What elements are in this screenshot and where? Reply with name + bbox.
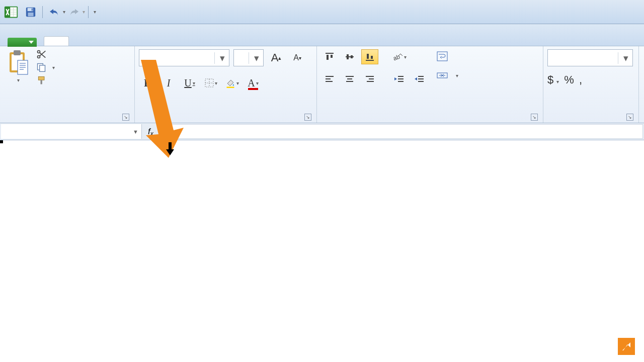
scissors-icon — [36, 49, 46, 59]
svg-rect-30 — [347, 54, 349, 59]
fill-color-button[interactable] — [223, 74, 240, 92]
orientation-button[interactable]: ab▾ — [390, 49, 408, 64]
increase-indent-button[interactable] — [411, 71, 428, 86]
tab-view[interactable] — [190, 37, 214, 46]
group-label-number: ↘ — [547, 119, 634, 122]
separator — [42, 6, 43, 18]
number-format-combo[interactable]: ▾ — [547, 49, 633, 66]
svg-rect-10 — [32, 8, 33, 11]
ribbon: ▾ ▾ ↘ ▾ — [0, 46, 644, 123]
svg-rect-34 — [371, 56, 373, 59]
tab-insert[interactable] — [69, 37, 93, 46]
dialog-launcher-icon[interactable]: ↘ — [531, 114, 538, 121]
svg-rect-31 — [351, 55, 353, 58]
copy-icon — [36, 62, 46, 72]
undo-button[interactable] — [47, 5, 62, 20]
comma-button[interactable]: , — [579, 73, 582, 86]
align-right-button[interactable] — [361, 71, 378, 86]
svg-rect-33 — [367, 54, 369, 59]
align-top-icon — [325, 52, 335, 61]
svg-rect-25 — [248, 88, 258, 90]
font-size-combo[interactable]: ▾ — [233, 49, 264, 66]
group-label-alignment: ↘ — [321, 119, 539, 122]
tab-review[interactable] — [166, 37, 190, 46]
align-left-icon — [325, 75, 334, 82]
grow-font-button[interactable]: A▴ — [268, 49, 285, 66]
align-left-button[interactable] — [321, 71, 338, 86]
wrap-text-button[interactable] — [434, 49, 461, 63]
align-middle-button[interactable] — [341, 49, 358, 64]
borders-button[interactable] — [202, 74, 219, 92]
formula-bar: ▼ fx — [0, 123, 644, 140]
bucket-icon — [225, 78, 235, 88]
merge-icon — [437, 70, 448, 80]
wrap-text-icon — [437, 51, 448, 61]
tab-data[interactable] — [141, 37, 166, 46]
group-number: ▾ $ ▾ % , ↘ — [543, 46, 639, 123]
svg-rect-18 — [40, 65, 45, 72]
column-select-cursor-icon — [166, 142, 175, 155]
format-painter-button[interactable] — [36, 75, 55, 85]
formula-input[interactable] — [160, 124, 643, 139]
italic-button[interactable]: I — [160, 74, 177, 92]
align-bottom-icon — [365, 52, 375, 61]
group-label-font: ↘ — [139, 119, 312, 122]
redo-button[interactable] — [66, 5, 82, 20]
group-alignment: ab▾ ▾ ↘ — [317, 46, 543, 123]
name-box[interactable]: ▼ — [1, 124, 142, 139]
svg-rect-27 — [327, 55, 329, 60]
separator — [88, 6, 89, 18]
group-label-clipboard: ↘ — [4, 119, 130, 122]
align-top-button[interactable] — [321, 49, 338, 64]
underline-button[interactable]: U — [181, 74, 198, 92]
paintbrush-icon — [36, 75, 47, 85]
svg-rect-9 — [28, 12, 34, 16]
percent-button[interactable]: % — [564, 73, 574, 86]
tab-formulas[interactable] — [117, 37, 141, 46]
svg-rect-6 — [13, 7, 14, 17]
svg-rect-24 — [226, 87, 234, 88]
merge-center-button[interactable]: ▾ — [434, 68, 461, 82]
tab-home[interactable] — [44, 36, 69, 46]
increase-indent-icon — [414, 75, 424, 83]
font-color-button[interactable]: A — [245, 74, 262, 92]
align-center-button[interactable] — [341, 71, 358, 86]
cut-button[interactable] — [36, 49, 55, 59]
align-right-icon — [365, 75, 374, 82]
svg-rect-20 — [41, 80, 42, 84]
bold-button[interactable]: B — [139, 74, 156, 92]
svg-rect-51 — [437, 52, 447, 61]
decrease-indent-icon — [394, 75, 404, 83]
dialog-launcher-icon[interactable]: ↘ — [304, 114, 311, 121]
title-bar: ▾ ▾ ▾ — [0, 0, 644, 24]
shrink-font-button[interactable]: A▾ — [289, 49, 306, 66]
borders-icon — [205, 78, 214, 87]
orientation-icon: ab — [392, 52, 403, 62]
watermark-icon — [618, 338, 635, 355]
paste-button[interactable]: ▾ — [4, 49, 32, 83]
watermark — [612, 338, 635, 355]
svg-rect-13 — [14, 50, 21, 55]
group-clipboard: ▾ ▾ ↘ — [0, 46, 135, 123]
tab-page-layout[interactable] — [93, 37, 117, 46]
font-name-combo[interactable]: ▾ — [139, 49, 229, 66]
decrease-indent-button[interactable] — [390, 71, 408, 86]
group-font: ▾ ▾ A▴ A▾ B I U A ↘ — [135, 46, 317, 123]
save-button[interactable] — [23, 5, 38, 20]
currency-button[interactable]: $ ▾ — [547, 73, 559, 86]
fx-label[interactable]: fx — [143, 123, 159, 140]
selection-border — [0, 140, 3, 143]
ribbon-tabs — [0, 24, 644, 46]
excel-logo-icon — [4, 5, 18, 19]
copy-button[interactable]: ▾ — [36, 62, 55, 72]
align-center-icon — [345, 75, 354, 82]
align-middle-icon — [345, 52, 355, 61]
svg-rect-28 — [331, 55, 333, 58]
dialog-launcher-icon[interactable]: ↘ — [626, 114, 633, 121]
dialog-launcher-icon[interactable]: ↘ — [122, 114, 129, 121]
align-bottom-button[interactable] — [361, 49, 378, 64]
svg-rect-19 — [38, 77, 44, 80]
tab-file[interactable] — [8, 38, 37, 47]
